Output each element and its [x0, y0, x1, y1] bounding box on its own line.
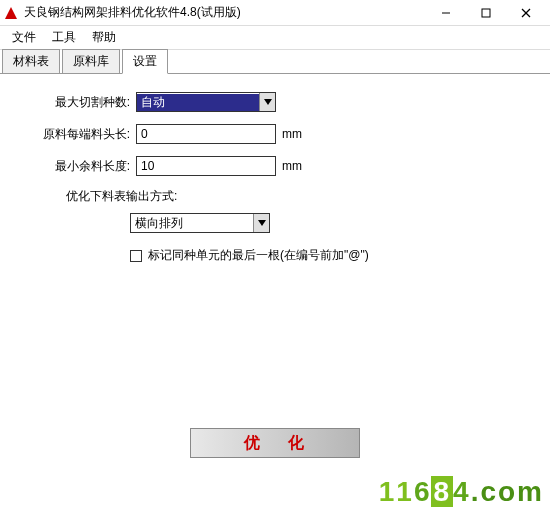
min-remain-input[interactable] [136, 156, 276, 176]
output-mode-value: 横向排列 [131, 215, 253, 232]
max-cut-types-label: 最大切割种数: [30, 94, 130, 111]
svg-marker-6 [258, 220, 266, 226]
minimize-button[interactable] [426, 1, 466, 25]
close-button[interactable] [506, 1, 546, 25]
mark-last-label: 标记同种单元的最后一根(在编号前加"@") [148, 247, 369, 264]
chevron-down-icon[interactable] [253, 214, 269, 232]
output-mode-select[interactable]: 横向排列 [130, 213, 270, 233]
max-cut-types-select[interactable]: 自动 [136, 92, 276, 112]
maximize-button[interactable] [466, 1, 506, 25]
svg-marker-5 [264, 99, 272, 105]
tab-material-table[interactable]: 材料表 [2, 49, 60, 74]
menu-help[interactable]: 帮助 [84, 27, 124, 48]
optimize-button[interactable]: 优 化 [190, 428, 360, 458]
tab-raw-library[interactable]: 原料库 [62, 49, 120, 74]
watermark: 11684.com [379, 476, 544, 508]
chevron-down-icon[interactable] [259, 93, 275, 111]
optimize-button-label: 优 化 [244, 433, 316, 454]
menu-file[interactable]: 文件 [4, 27, 44, 48]
max-cut-types-value: 自动 [137, 94, 259, 111]
unit-mm-1: mm [282, 127, 302, 141]
raw-end-head-label: 原料每端料头长: [30, 126, 130, 143]
app-icon [4, 6, 18, 20]
svg-marker-0 [5, 7, 17, 19]
min-remain-label: 最小余料长度: [30, 158, 130, 175]
output-mode-label: 优化下料表输出方式: [66, 188, 520, 205]
svg-rect-2 [482, 9, 490, 17]
mark-last-checkbox[interactable] [130, 250, 142, 262]
menu-tools[interactable]: 工具 [44, 27, 84, 48]
tab-settings[interactable]: 设置 [122, 49, 168, 74]
raw-end-head-input[interactable] [136, 124, 276, 144]
window-title: 天良钢结构网架排料优化软件4.8(试用版) [24, 4, 426, 21]
unit-mm-2: mm [282, 159, 302, 173]
